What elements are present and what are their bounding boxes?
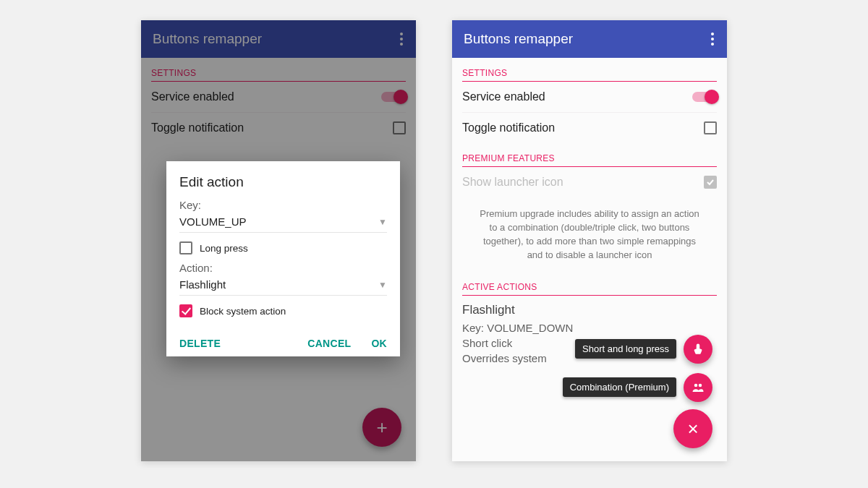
svg-point-0 bbox=[694, 384, 698, 388]
appbar-title: Buttons remapper bbox=[464, 31, 573, 47]
block-system-label: Block system action bbox=[200, 306, 286, 317]
row-service-enabled[interactable]: Service enabled bbox=[462, 82, 717, 113]
action-value: Flashlight bbox=[179, 278, 226, 291]
dialog-title: Edit action bbox=[179, 174, 387, 190]
long-press-row[interactable]: Long press bbox=[179, 237, 387, 259]
fab-combination[interactable] bbox=[684, 373, 712, 402]
phone-left: Buttons remapper SETTINGS Service enable… bbox=[141, 20, 416, 461]
touch-icon bbox=[692, 343, 705, 356]
fab-short-press[interactable] bbox=[684, 335, 712, 364]
chevron-down-icon: ▼ bbox=[378, 217, 387, 227]
delete-button[interactable]: DELETE bbox=[179, 338, 221, 349]
group-icon bbox=[692, 381, 705, 394]
fab-close[interactable]: × bbox=[673, 409, 712, 448]
premium-note: Premium upgrade includes ability to assi… bbox=[462, 197, 717, 272]
ok-button[interactable]: OK bbox=[371, 338, 387, 349]
block-system-row[interactable]: Block system action bbox=[179, 300, 387, 322]
svg-point-1 bbox=[699, 384, 702, 388]
active-action-key: Key: VOLUME_DOWN bbox=[462, 320, 717, 335]
close-icon: × bbox=[687, 418, 698, 440]
key-value: VOLUME_UP bbox=[179, 215, 247, 228]
fab-label-short: Short and long press bbox=[575, 339, 676, 359]
show-launcher-checkbox bbox=[704, 176, 717, 189]
overflow-menu-icon[interactable] bbox=[705, 30, 720, 48]
section-premium: PREMIUM FEATURES bbox=[462, 143, 717, 167]
fab-label-combo: Combination (Premium) bbox=[563, 377, 676, 397]
toggle-notification-label: Toggle notification bbox=[462, 121, 555, 134]
cancel-button[interactable]: CANCEL bbox=[307, 338, 351, 349]
edit-action-dialog: Edit action Key: VOLUME_UP ▼ Long press … bbox=[166, 161, 400, 356]
active-action-title: Flashlight bbox=[462, 301, 717, 319]
chevron-down-icon: ▼ bbox=[378, 280, 387, 290]
key-select[interactable]: VOLUME_UP ▼ bbox=[179, 211, 387, 233]
action-label: Action: bbox=[179, 262, 387, 274]
section-active-actions: ACTIVE ACTIONS bbox=[462, 272, 717, 296]
long-press-label: Long press bbox=[200, 243, 248, 254]
row-show-launcher: Show launcher icon bbox=[462, 167, 717, 197]
action-select[interactable]: Flashlight ▼ bbox=[179, 274, 387, 296]
row-toggle-notification[interactable]: Toggle notification bbox=[462, 113, 717, 143]
key-label: Key: bbox=[179, 199, 387, 211]
long-press-checkbox[interactable] bbox=[179, 241, 192, 254]
dialog-buttons: DELETE CANCEL OK bbox=[179, 338, 387, 349]
service-enabled-switch[interactable] bbox=[692, 92, 717, 102]
toggle-notification-checkbox[interactable] bbox=[704, 121, 717, 134]
service-enabled-label: Service enabled bbox=[462, 90, 545, 103]
appbar: Buttons remapper bbox=[452, 20, 727, 58]
content: SETTINGS Service enabled Toggle notifica… bbox=[452, 58, 727, 372]
phone-right: Buttons remapper SETTINGS Service enable… bbox=[452, 20, 727, 461]
active-action-item[interactable]: Flashlight Key: VOLUME_DOWN Short click … bbox=[462, 296, 717, 372]
section-settings: SETTINGS bbox=[462, 58, 717, 82]
block-system-checkbox[interactable] bbox=[179, 304, 192, 317]
show-launcher-label: Show launcher icon bbox=[462, 176, 563, 189]
